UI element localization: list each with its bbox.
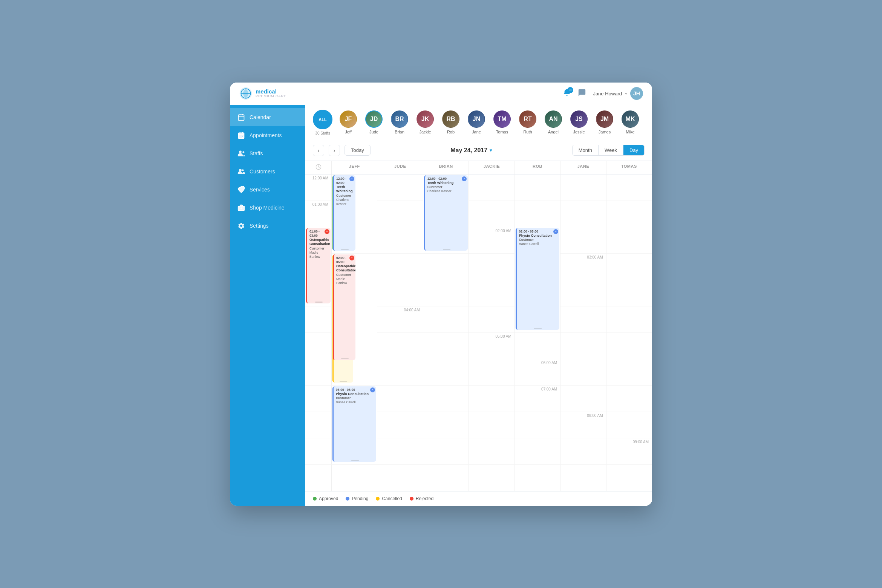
view-toggle: Month Week Day <box>572 145 645 156</box>
week-view-btn[interactable]: Week <box>599 145 623 155</box>
brian-9am <box>377 465 423 491</box>
user-avatar: JH <box>630 87 643 100</box>
jeff-7am <box>560 386 606 412</box>
sidebar-item-settings[interactable]: Settings <box>230 217 305 235</box>
svg-point-14 <box>242 151 244 153</box>
staff-avatar-jane: JN <box>468 110 485 128</box>
appt-jane-osteo[interactable]: × 01:00 - 03:00 Osteopathic Consultation… <box>306 228 331 303</box>
staff-row: ALL 30 Staffs JF Jeff JD Jude BR Brian <box>305 105 652 140</box>
jeff-2am: × 02:00 - 05:00 Physio Consultation Cust… <box>515 227 560 333</box>
jackie-4am <box>606 306 652 333</box>
col-header-tomas: TOMAS <box>606 161 652 175</box>
staff-avatar-tomas: TM <box>493 110 511 128</box>
day-view-btn[interactable]: Day <box>623 145 644 155</box>
staff-avatar-jackie: JK <box>416 110 434 128</box>
jude-2am <box>560 227 606 254</box>
staff-avatar-rob: RB <box>442 110 459 128</box>
sidebar-label-shop-medicine: Shop Medicine <box>250 205 285 211</box>
services-icon <box>237 186 245 193</box>
brian-6am <box>305 386 332 412</box>
close-jeff-physio[interactable]: × <box>553 229 558 234</box>
close-jeff-teeth[interactable]: × <box>349 176 354 181</box>
user-name: Jane Howard <box>593 91 622 96</box>
brand-name: medical <box>256 89 286 95</box>
time-6am: 06:00 AM <box>515 359 560 386</box>
staff-all[interactable]: ALL 30 Staffs <box>313 110 332 135</box>
legend-label-pending: Pending <box>352 496 368 501</box>
sidebar-item-calendar[interactable]: Calendar <box>230 108 305 126</box>
jeff-1am <box>377 201 423 227</box>
jude-7am <box>606 386 652 412</box>
jeff-12am: 12:0 Initia... CustKev... × 12:00 - 02:0… <box>332 175 377 254</box>
staff-brian[interactable]: BR Brian <box>390 110 409 134</box>
jude-12am <box>377 175 423 201</box>
staff-ruth[interactable]: RT Ruth <box>518 110 537 134</box>
appt-jeff-physio[interactable]: × 02:00 - 05:00 Physio Consultation Cust… <box>516 228 559 330</box>
jeff-6am <box>560 359 606 386</box>
jackie-9am <box>423 465 469 491</box>
staff-avatar-ruth: RT <box>519 110 536 128</box>
time-5am: 05:00 AM <box>469 333 514 359</box>
close-jackie-physio2[interactable]: × <box>370 387 375 392</box>
all-count: 30 Staffs <box>315 131 330 135</box>
chat-icon[interactable] <box>578 89 586 98</box>
appt-jackie-osteo[interactable]: × 02:00 - 05:00 Osteopathic Consultation… <box>333 254 355 360</box>
notification-badge: 3 <box>567 87 573 93</box>
staff-name-jessie: Jessie <box>573 130 585 134</box>
staff-angel[interactable]: AN Angel <box>544 110 563 134</box>
svg-rect-3 <box>239 115 244 120</box>
brian-5am <box>606 333 652 359</box>
sidebar-item-staffs[interactable]: Staffs <box>230 144 305 162</box>
sidebar-item-customers[interactable]: Customers <box>230 162 305 181</box>
notification-bell[interactable]: 3 <box>563 89 571 98</box>
sidebar-item-shop-medicine[interactable]: Shop Medicine <box>230 199 305 217</box>
staff-tomas[interactable]: TM Tomas <box>492 110 512 134</box>
staff-jeff[interactable]: JF Jeff <box>338 110 358 134</box>
user-area[interactable]: Jane Howard ▾ JH <box>593 87 643 100</box>
calendar-dropdown-arrow[interactable]: ▾ <box>490 148 492 153</box>
staff-jackie[interactable]: JK Jackie <box>415 110 435 134</box>
tomas-4am <box>423 333 469 359</box>
jackie-3am <box>469 280 514 306</box>
legend-label-rejected: Rejected <box>416 496 433 501</box>
legend-cancelled: Cancelled <box>376 496 402 501</box>
close-jane-osteo[interactable]: × <box>325 229 329 234</box>
staff-jane[interactable]: JN Jane <box>467 110 486 134</box>
staff-rob[interactable]: RB Rob <box>441 110 461 134</box>
logo-text: medical PREMIUM CARE <box>256 89 286 98</box>
jeff-5am <box>515 333 560 359</box>
staff-mike[interactable]: MK Mike <box>620 110 640 134</box>
jane-3am <box>606 280 652 306</box>
sidebar-item-appointments[interactable]: Appointments <box>230 126 305 144</box>
next-button[interactable]: › <box>329 145 340 156</box>
appt-jeff-teeth[interactable]: × 12:00 - 02:00 Teeth Whitening Customer… <box>333 175 355 251</box>
staff-name-rob: Rob <box>447 130 455 134</box>
staff-jude[interactable]: JD Jude <box>364 110 384 134</box>
staff-name-jane: Jane <box>472 130 481 134</box>
close-brian-teeth[interactable]: × <box>462 176 467 181</box>
tomas-5am <box>469 359 514 386</box>
legend-rejected: Rejected <box>410 496 433 501</box>
time-7am: 07:00 AM <box>515 386 560 412</box>
tomas-2am <box>469 254 514 280</box>
today-button[interactable]: Today <box>345 145 371 156</box>
jeff-9am <box>305 465 332 491</box>
appt-brian-teeth[interactable]: × 12:00 - 02:00 Teeth Whitening Customer… <box>424 175 468 251</box>
sidebar-item-services[interactable]: Services <box>230 181 305 199</box>
staff-james[interactable]: JM James <box>595 110 614 134</box>
appt-jackie-physio-2[interactable]: × 06:00 - 08:00 Physio Consultation Cust… <box>332 386 376 462</box>
main-content: ALL 30 Staffs JF Jeff JD Jude BR Brian <box>305 105 652 506</box>
time-12am: 12:00 AM <box>305 175 332 201</box>
staff-avatar-james: JM <box>596 110 613 128</box>
jude-9am <box>332 465 377 491</box>
rob-6am <box>377 386 423 412</box>
prev-button[interactable]: ‹ <box>313 145 324 156</box>
legend-label-approved: Approved <box>319 496 338 501</box>
close-jackie-osteo[interactable]: × <box>349 256 354 260</box>
jackie-12am <box>469 175 514 201</box>
staff-name-brian: Brian <box>395 130 404 134</box>
jude-5am <box>560 333 606 359</box>
jane-7am <box>469 412 514 438</box>
month-view-btn[interactable]: Month <box>573 145 599 155</box>
staff-jessie[interactable]: JS Jessie <box>569 110 589 134</box>
